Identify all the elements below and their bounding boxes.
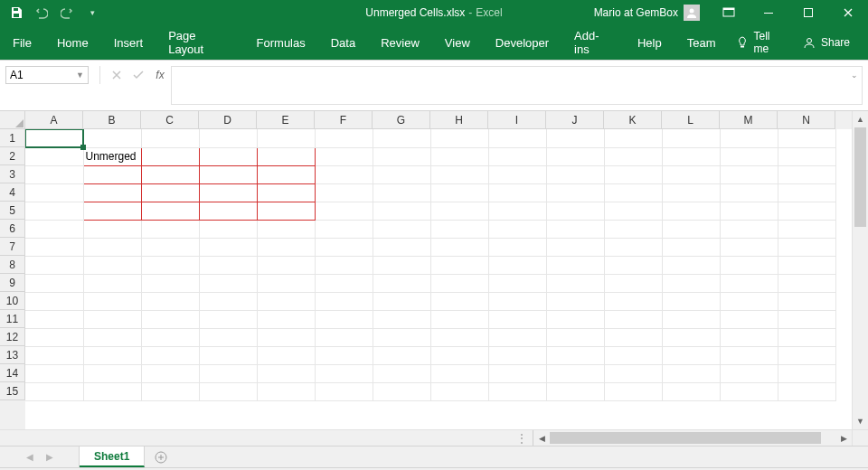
column-header-A[interactable]: A bbox=[25, 111, 83, 129]
cell-L4[interactable] bbox=[662, 183, 720, 202]
cell-B7[interactable] bbox=[83, 238, 141, 256]
cell-A9[interactable] bbox=[25, 274, 83, 292]
cell-J10[interactable] bbox=[546, 292, 604, 310]
cell-F7[interactable] bbox=[315, 238, 373, 256]
cell-N12[interactable] bbox=[778, 328, 835, 346]
cell-D8[interactable] bbox=[199, 256, 257, 274]
cell-E10[interactable] bbox=[257, 292, 315, 310]
cell-I8[interactable] bbox=[488, 256, 546, 274]
column-header-G[interactable]: G bbox=[373, 111, 430, 129]
cell-K8[interactable] bbox=[604, 256, 662, 274]
cell-G2[interactable] bbox=[373, 147, 430, 165]
save-icon[interactable] bbox=[5, 2, 27, 24]
cell-L8[interactable] bbox=[662, 256, 720, 274]
cell-I13[interactable] bbox=[488, 346, 546, 364]
cell-A8[interactable] bbox=[25, 256, 83, 274]
cell-I6[interactable] bbox=[488, 220, 546, 238]
cell-D10[interactable] bbox=[199, 292, 257, 310]
select-all-corner[interactable] bbox=[0, 111, 25, 129]
cell-A14[interactable] bbox=[25, 364, 83, 382]
cell-M1[interactable] bbox=[720, 129, 778, 147]
cell-L13[interactable] bbox=[662, 346, 720, 364]
cell-E15[interactable] bbox=[257, 382, 315, 400]
cell-E1[interactable] bbox=[257, 129, 315, 147]
column-header-N[interactable]: N bbox=[778, 111, 835, 129]
share-button[interactable]: Share bbox=[794, 25, 859, 60]
cell-F11[interactable] bbox=[315, 310, 373, 328]
cell-I12[interactable] bbox=[488, 328, 546, 346]
sheet-tab-sheet1[interactable]: Sheet1 bbox=[80, 446, 145, 467]
cell-I7[interactable] bbox=[488, 238, 546, 256]
cell-C8[interactable] bbox=[141, 256, 199, 274]
cell-F9[interactable] bbox=[315, 274, 373, 292]
cell-F6[interactable] bbox=[315, 220, 373, 238]
cell-N1[interactable] bbox=[778, 129, 835, 147]
cell-B5[interactable] bbox=[83, 202, 141, 220]
cell-G6[interactable] bbox=[373, 220, 430, 238]
cell-L15[interactable] bbox=[662, 382, 720, 400]
ribbon-display-options-icon[interactable] bbox=[709, 0, 749, 25]
cell-N5[interactable] bbox=[778, 202, 835, 220]
column-header-B[interactable]: B bbox=[83, 111, 141, 129]
cell-K2[interactable] bbox=[604, 147, 662, 165]
cell-M5[interactable] bbox=[720, 202, 778, 220]
cell-C7[interactable] bbox=[141, 238, 199, 256]
cell-J2[interactable] bbox=[546, 147, 604, 165]
cell-J7[interactable] bbox=[546, 238, 604, 256]
cell-C2[interactable] bbox=[141, 147, 199, 165]
cell-M6[interactable] bbox=[720, 220, 778, 238]
minimize-button[interactable] bbox=[749, 0, 788, 25]
cell-B11[interactable] bbox=[83, 310, 141, 328]
cell-N7[interactable] bbox=[778, 238, 835, 256]
expand-formula-bar-icon[interactable]: ⌄ bbox=[851, 70, 858, 80]
tab-addins[interactable]: Add-ins bbox=[561, 25, 625, 60]
cell-E3[interactable] bbox=[257, 165, 315, 183]
cell-G5[interactable] bbox=[373, 202, 430, 220]
cell-C3[interactable] bbox=[141, 165, 199, 183]
cell-F4[interactable] bbox=[315, 183, 373, 202]
cell-A11[interactable] bbox=[25, 310, 83, 328]
insert-function-icon[interactable]: fx bbox=[149, 66, 171, 84]
cell-A1[interactable] bbox=[25, 129, 83, 147]
cell-N2[interactable] bbox=[778, 147, 835, 165]
cell-B1[interactable] bbox=[83, 129, 141, 147]
cell-B4[interactable] bbox=[83, 183, 141, 202]
tab-file[interactable]: File bbox=[0, 25, 44, 60]
cell-I14[interactable] bbox=[488, 364, 546, 382]
cell-B12[interactable] bbox=[83, 328, 141, 346]
cell-K3[interactable] bbox=[604, 165, 662, 183]
cell-C9[interactable] bbox=[141, 274, 199, 292]
cell-N11[interactable] bbox=[778, 310, 835, 328]
cell-D15[interactable] bbox=[199, 382, 257, 400]
cell-F2[interactable] bbox=[315, 147, 373, 165]
cell-C14[interactable] bbox=[141, 364, 199, 382]
column-header-L[interactable]: L bbox=[662, 111, 720, 129]
cell-K1[interactable] bbox=[604, 129, 662, 147]
cell-F12[interactable] bbox=[315, 328, 373, 346]
cell-N9[interactable] bbox=[778, 274, 835, 292]
cell-G15[interactable] bbox=[373, 382, 430, 400]
cell-I2[interactable] bbox=[488, 147, 546, 165]
scroll-up-icon[interactable]: ▲ bbox=[853, 111, 868, 127]
row-header-8[interactable]: 8 bbox=[0, 256, 25, 274]
cell-G3[interactable] bbox=[373, 165, 430, 183]
cell-F10[interactable] bbox=[315, 292, 373, 310]
cell-F13[interactable] bbox=[315, 346, 373, 364]
column-header-C[interactable]: C bbox=[141, 111, 199, 129]
row-header-12[interactable]: 12 bbox=[0, 328, 25, 346]
cell-L7[interactable] bbox=[662, 238, 720, 256]
sheet-nav[interactable]: ◀ ▶ bbox=[0, 446, 80, 467]
cell-I15[interactable] bbox=[488, 382, 546, 400]
cell-H13[interactable] bbox=[430, 346, 488, 364]
cell-D2[interactable] bbox=[199, 147, 257, 165]
column-header-I[interactable]: I bbox=[488, 111, 546, 129]
formula-input[interactable]: ⌄ bbox=[171, 66, 863, 105]
cell-N13[interactable] bbox=[778, 346, 835, 364]
cell-M8[interactable] bbox=[720, 256, 778, 274]
cell-B2[interactable]: Unmerged bbox=[83, 147, 141, 165]
cell-K14[interactable] bbox=[604, 364, 662, 382]
row-header-3[interactable]: 3 bbox=[0, 165, 25, 183]
column-header-J[interactable]: J bbox=[546, 111, 604, 129]
cell-E13[interactable] bbox=[257, 346, 315, 364]
cells-area[interactable]: Unmerged bbox=[25, 129, 852, 429]
